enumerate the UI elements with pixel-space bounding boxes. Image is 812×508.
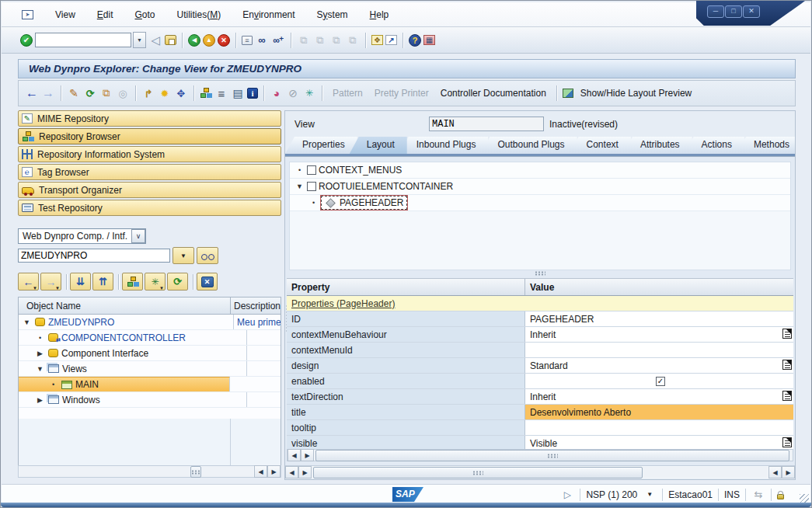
menu-item-environment[interactable]: Environment xyxy=(242,9,294,20)
tree-row[interactable]: ▶Windows xyxy=(19,392,281,408)
maximize-button[interactable]: □ xyxy=(725,5,742,18)
ui-element-row[interactable]: •PAGEHEADER xyxy=(290,195,790,211)
property-section-link[interactable]: Properties (PageHeader) xyxy=(291,298,395,309)
enter-icon[interactable]: ✔ xyxy=(20,34,33,47)
ddlist-icon[interactable] xyxy=(782,360,792,370)
copy-icon[interactable]: ⧉ xyxy=(99,87,113,99)
ui-tree-expander-open[interactable]: ▼ xyxy=(294,183,305,190)
tree-expander-open[interactable]: ▼ xyxy=(22,318,32,326)
property-value[interactable]: ✓ xyxy=(525,374,793,388)
tree-row[interactable]: ▶Component Interface xyxy=(19,346,281,361)
scroll-right-button[interactable]: ▶ xyxy=(782,466,795,478)
tool-button-repository-information-system[interactable]: Repository Information System xyxy=(18,146,281,162)
cancel-icon[interactable]: ✕ xyxy=(218,34,230,47)
scroll-left-button[interactable]: ◀ xyxy=(288,449,301,461)
hier-up-button[interactable] xyxy=(122,273,143,291)
tree-cell-object[interactable]: ▼ZMEUDYNPRO xyxy=(19,315,234,329)
sysmenu-icon[interactable]: ➤ xyxy=(22,10,33,19)
menu-item-utilitiesm[interactable]: Utilities(M) xyxy=(177,9,221,20)
new-session-icon[interactable]: ❖ xyxy=(371,35,383,45)
property-horizontal-scrollbar[interactable]: ◀▶ xyxy=(287,449,793,461)
appforward-icon[interactable]: → xyxy=(41,87,55,99)
next-page-icon[interactable]: ⧉ xyxy=(329,34,343,47)
ui-element-row[interactable]: •CONTEXT_MENUS xyxy=(290,162,790,179)
property-value[interactable]: Desenvolvimento Aberto xyxy=(525,405,793,419)
filter-button[interactable]: ✳▼ xyxy=(145,273,166,291)
tree-cell-object[interactable]: •COMPONENTCONTROLLER xyxy=(19,330,247,345)
ddlist-icon[interactable] xyxy=(782,329,792,339)
tree-cell-object[interactable]: ▼Views xyxy=(19,361,247,376)
property-value[interactable]: Inherit xyxy=(525,389,793,404)
tool-button-transport-organizer[interactable]: Transport Organizer xyxy=(18,182,281,198)
menu-item-help[interactable]: Help xyxy=(370,9,389,20)
mini-dropdown-arrow[interactable]: ▼ xyxy=(55,286,60,291)
close-button[interactable]: ✕ xyxy=(743,5,760,18)
tree-expander-closed[interactable]: ▶ xyxy=(35,396,45,404)
tab-context[interactable]: Context xyxy=(570,137,631,154)
mini-dropdown-arrow[interactable]: ▼ xyxy=(159,286,164,291)
scrollbar-track[interactable] xyxy=(315,450,792,461)
tree-cell-object[interactable]: •MAIN xyxy=(19,377,230,391)
exit-icon[interactable]: ▲ xyxy=(203,34,215,47)
print-icon[interactable]: ≡ xyxy=(242,36,253,45)
tab-layout[interactable]: Layout xyxy=(350,137,407,154)
scrollbar-thumb[interactable] xyxy=(315,450,789,461)
tool-button-mime-repository[interactable]: ✎MIME Repository xyxy=(18,110,281,127)
activate-icon[interactable]: ✹ xyxy=(158,87,172,99)
tree-cell-object[interactable]: ▶Windows xyxy=(19,392,247,407)
previous-page-icon[interactable]: ⧉ xyxy=(313,34,327,47)
tree-expander-open[interactable]: ▼ xyxy=(35,365,45,373)
command-field[interactable] xyxy=(35,33,131,47)
hierarchy-icon[interactable] xyxy=(200,88,212,99)
property-section-row[interactable]: Properties (PageHeader) xyxy=(287,296,793,311)
tab-actions[interactable]: Actions xyxy=(685,137,744,154)
tree-row[interactable]: •MAIN xyxy=(19,377,281,392)
horizontal-splitter[interactable] xyxy=(285,270,795,277)
command-dropdown-button[interactable]: ▼ xyxy=(133,32,146,48)
tree-row[interactable]: ▼Views xyxy=(19,361,281,377)
tab-outbound-plugs[interactable]: Outbound Plugs xyxy=(480,137,577,154)
tool-button-tag-browser[interactable]: ℮Tag Browser xyxy=(18,164,281,180)
tab-methods[interactable]: Methods xyxy=(737,137,795,154)
menu-item-view[interactable]: View xyxy=(55,9,75,20)
panel-horizontal-scrollbar[interactable]: ◀▶◀▶ xyxy=(285,465,795,478)
nav-forward-button[interactable]: →▼ xyxy=(40,273,61,291)
stack-icon[interactable]: ≡ xyxy=(214,87,228,99)
display-change-icon[interactable]: ✎ xyxy=(67,87,81,99)
detail-list-icon[interactable]: ▤ xyxy=(231,87,245,99)
ddlist-icon[interactable] xyxy=(782,437,792,447)
runtime-icon[interactable]: ◕ xyxy=(270,87,284,99)
create-icon[interactable]: ↱ xyxy=(141,87,155,99)
scroll-right-button[interactable]: ▶ xyxy=(267,465,281,478)
dd-arrow-icon[interactable]: ▼ xyxy=(643,489,657,501)
scroll-left-button[interactable]: ◀ xyxy=(285,466,298,478)
select-dropdown-button[interactable]: ∨ xyxy=(131,229,145,243)
tab-attributes[interactable]: Attributes xyxy=(623,137,692,154)
back-outline-icon[interactable]: ◁ xyxy=(148,34,162,47)
system-id[interactable]: NSP (1) 200 xyxy=(586,489,637,500)
first-page-icon[interactable]: ⧉ xyxy=(297,34,311,47)
controller-documentation-button[interactable]: Controller Documentation xyxy=(436,88,551,99)
tab-inbound-plugs[interactable]: Inbound Plugs xyxy=(399,137,489,154)
show-hide-layout-preview-button[interactable]: Show/Hide Layout Preview xyxy=(576,88,696,99)
stop-icon[interactable]: ⊘ xyxy=(286,87,300,99)
tree-cell-object[interactable]: ▶Component Interface xyxy=(19,346,247,360)
scrollbar-thumb[interactable] xyxy=(313,467,643,478)
scrollbar-thumb[interactable] xyxy=(190,466,201,478)
tree-row[interactable]: •COMPONENTCONTROLLER xyxy=(19,330,281,346)
back-icon[interactable]: ◀ xyxy=(188,34,200,47)
menu-item-edit[interactable]: Edit xyxy=(97,9,113,20)
enabled-checkbox[interactable]: ✓ xyxy=(656,377,665,386)
menu-item-goto[interactable]: Goto xyxy=(135,9,155,20)
selected-ui-element[interactable]: PAGEHEADER xyxy=(321,196,407,210)
scroll-right-button[interactable]: ▶ xyxy=(298,466,312,478)
double-up-button[interactable]: ⇈ xyxy=(92,273,113,291)
refresh-icon[interactable]: ⟳ xyxy=(83,87,97,99)
scroll-right-button[interactable]: ▶ xyxy=(301,449,314,461)
nav-back-button[interactable]: ←▼ xyxy=(18,273,39,291)
property-value[interactable]: Inherit xyxy=(525,327,793,342)
scrollbar-track[interactable] xyxy=(312,467,768,478)
tree-expander-closed[interactable]: ▶ xyxy=(35,350,45,357)
ddlist-icon[interactable] xyxy=(782,391,792,401)
property-value[interactable]: Standard xyxy=(525,358,793,373)
